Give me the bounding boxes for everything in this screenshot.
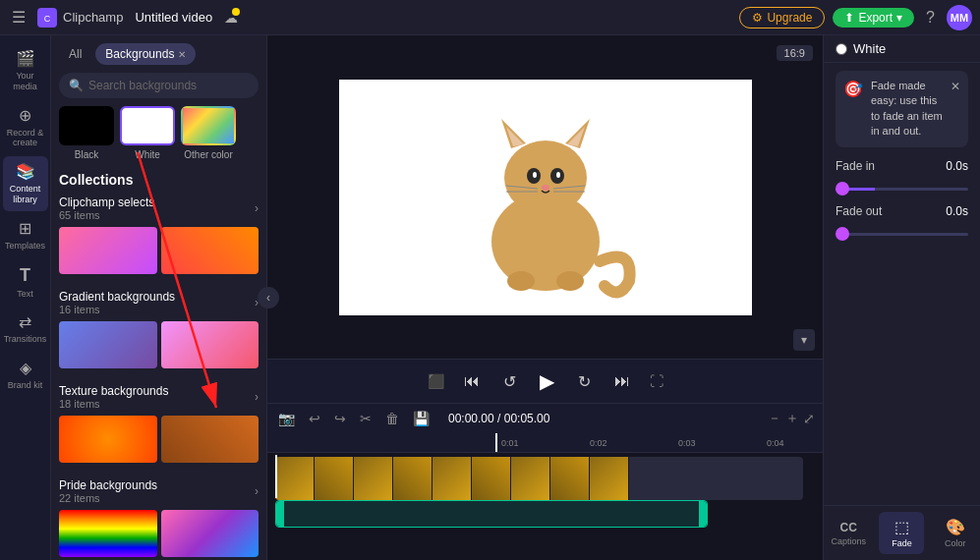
clip-color-dot (836, 43, 847, 55)
search-input[interactable] (59, 73, 259, 98)
fullscreen-icon[interactable]: ⛶ (650, 373, 663, 389)
timeline-cut-button[interactable]: ✂ (357, 408, 375, 429)
sidebar-item-content-library[interactable]: 📚 Content library (3, 156, 48, 211)
templates-icon: ⊞ (19, 219, 31, 238)
text-icon: T (20, 265, 30, 286)
sidebar-item-transitions[interactable]: ⇄ Transitions (3, 307, 48, 351)
sidebar-item-your-media[interactable]: 🎬 Your media (3, 43, 48, 98)
collection-gradient-backgrounds: Gradient backgrounds 16 items › (59, 290, 259, 368)
sidebar-item-text[interactable]: T Text (3, 259, 48, 306)
aspect-ratio-badge[interactable]: 16:9 (777, 45, 813, 61)
expand-icon[interactable]: ▾ (793, 329, 815, 351)
collection-header[interactable]: Gradient backgrounds 16 items › (59, 290, 259, 315)
timeline-undo-button[interactable]: ↩ (306, 408, 323, 429)
rewind-button[interactable]: ↺ (499, 368, 520, 395)
fade-out-label: Fade out (836, 204, 882, 218)
tab-fade[interactable]: ⬚ Fade (879, 512, 924, 554)
playhead-track (275, 455, 277, 498)
upgrade-button[interactable]: ⚙ Upgrade (739, 7, 825, 28)
zoom-controls: － ＋ ⤢ (768, 410, 815, 427)
right-panel-tabs: CC Captions ⬚ Fade 🎨 Color (824, 505, 980, 560)
fade-out-slider[interactable] (836, 233, 968, 236)
backgrounds-panel: All Backgrounds ✕ 🔍 Black (51, 35, 267, 560)
track-handle-left[interactable] (276, 501, 284, 527)
frame-thumb (393, 457, 432, 500)
collection-header[interactable]: Clipchamp selects 65 items › (59, 196, 259, 221)
collection-header[interactable]: Texture backgrounds 18 items › (59, 384, 259, 410)
frame-thumb (354, 457, 393, 500)
white-swatch (120, 106, 175, 145)
chevron-right-icon: › (255, 390, 259, 404)
forward-button[interactable]: ↻ (574, 368, 595, 395)
frame-thumb (275, 457, 315, 500)
collection-thumbnails (59, 510, 259, 557)
hint-close-button[interactable]: ✕ (951, 79, 960, 95)
preset-white[interactable]: White (120, 106, 175, 160)
tab-all[interactable]: All (59, 43, 91, 65)
media-icon: 🎬 (16, 49, 35, 68)
collection-thumb (59, 510, 157, 557)
tab-captions[interactable]: CC Captions (826, 515, 871, 552)
sidebar-item-templates[interactable]: ⊞ Templates (3, 213, 48, 257)
help-icon[interactable]: ? (922, 5, 939, 30)
tab-color[interactable]: 🎨 Color (933, 512, 978, 554)
frame-thumb (472, 457, 511, 500)
other-swatch (181, 106, 236, 145)
timeline-expand-button[interactable]: ⤢ (803, 411, 815, 426)
fade-in-slider[interactable] (836, 188, 968, 191)
avatar[interactable]: MM (947, 5, 972, 30)
preset-black[interactable]: Black (59, 106, 114, 160)
captions-icon: CC (839, 521, 856, 534)
right-properties-panel: White 🎯 Fade made easy: use this to fade… (823, 35, 980, 560)
tab-close-icon[interactable]: ✕ (178, 49, 186, 60)
hint-text: Fade made easy: use this to fade an item… (871, 79, 943, 140)
collection-thumbnails (59, 416, 259, 463)
ruler-mark-0: 0:01 (501, 438, 519, 448)
timeline-delete-button[interactable]: 🗑 (382, 408, 402, 429)
video-track[interactable] (275, 455, 823, 498)
panel-collapse-arrow[interactable]: ‹ (258, 287, 279, 308)
screen-icon[interactable]: ⬛ (428, 373, 444, 389)
sidebar-item-brand-kit[interactable]: ◈ Brand kit (3, 353, 48, 397)
playhead (495, 433, 497, 452)
chevron-right-icon: › (255, 484, 259, 498)
playback-bar: ⬛ ⏮ ↺ ▶ ↻ ⏭ ⛶ (267, 359, 823, 403)
fade-in-section: Fade in 0.0s (836, 159, 968, 195)
selected-clip-label: White (824, 35, 980, 63)
play-button[interactable]: ▶ (536, 365, 558, 397)
zoom-out-button[interactable]: － (768, 410, 781, 427)
timeline-time-display: 00:00.00 / 00:05.00 (448, 412, 549, 425)
ruler-mark-3: 0:04 (767, 438, 784, 448)
collection-thumbnails (59, 321, 259, 368)
clip-title: White (853, 41, 886, 56)
timeline-camera-icon[interactable]: 📷 (275, 408, 298, 429)
video-canvas: 16:9 ▾ (267, 35, 823, 359)
panel-tabs: All Backgrounds ✕ (51, 35, 266, 65)
chevron-right-icon: › (255, 201, 259, 215)
timeline-save-icon[interactable]: 💾 (410, 408, 432, 429)
svg-point-10 (533, 172, 537, 178)
tab-backgrounds[interactable]: Backgrounds ✕ (95, 43, 196, 65)
upgrade-icon: ⚙ (752, 11, 763, 25)
zoom-in-button[interactable]: ＋ (785, 410, 799, 427)
fade-in-label: Fade in (836, 159, 875, 173)
track-handle-right[interactable] (699, 501, 707, 527)
video-title[interactable]: Untitled video (135, 10, 212, 25)
sidebar-item-record-create[interactable]: ⊕ Record & create (3, 100, 48, 155)
menu-icon[interactable]: ☰ (8, 4, 29, 30)
collection-thumb (161, 321, 259, 368)
audio-track[interactable] (275, 500, 708, 528)
preset-other-color[interactable]: Other color (181, 106, 236, 160)
export-button[interactable]: ⬆ Export ▾ (833, 8, 914, 28)
collection-thumb (161, 510, 259, 557)
fade-in-value: 0.0s (946, 159, 968, 173)
skip-forward-button[interactable]: ⏭ (610, 368, 634, 394)
skip-back-button[interactable]: ⏮ (460, 368, 484, 394)
search-bar: 🔍 (59, 73, 259, 98)
fade-panel: 🎯 Fade made easy: use this to fade an it… (824, 63, 980, 505)
ruler-mark-1: 0:02 (590, 438, 607, 448)
fade-icon: ⬚ (894, 518, 909, 536)
left-sidebar: 🎬 Your media ⊕ Record & create 📚 Content… (0, 35, 51, 560)
collection-header[interactable]: Pride backgrounds 22 items › (59, 478, 259, 504)
timeline-redo-button[interactable]: ↪ (331, 408, 349, 429)
